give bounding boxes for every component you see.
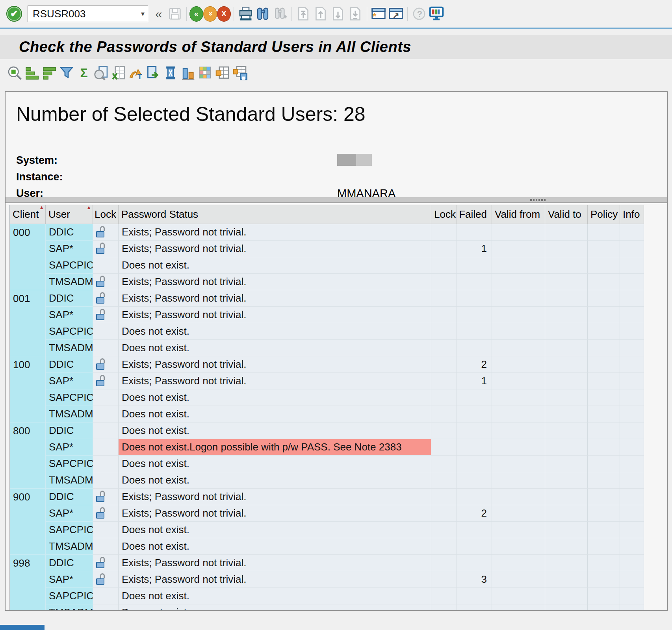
column-header-failed[interactable]: Failed: [457, 205, 492, 224]
table-row[interactable]: SAPCPICDoes not exist.: [10, 323, 644, 340]
cell-client: [10, 538, 46, 555]
column-header-lock[interactable]: Lock: [93, 205, 119, 224]
system-value-redacted: [337, 154, 372, 166]
new-session-icon[interactable]: *: [371, 6, 386, 21]
abc-analysis-icon[interactable]: [163, 65, 178, 81]
back-icon[interactable]: «: [189, 6, 203, 22]
column-header-info[interactable]: Info: [620, 205, 644, 224]
help-icon[interactable]: ?: [412, 6, 427, 21]
last-page-icon[interactable]: [348, 6, 363, 21]
column-header-client[interactable]: Client▲: [10, 205, 46, 224]
table-row[interactable]: 998DDICExists; Password not trivial.: [10, 555, 644, 571]
cell-valid-to: [545, 588, 588, 604]
cell-password-status: Exists; Password not trivial.: [119, 290, 431, 307]
table-row[interactable]: 000DDICExists; Password not trivial.: [10, 224, 644, 241]
table-row[interactable]: SAP*Exists; Password not trivial.1: [10, 373, 644, 389]
transaction-input[interactable]: RSUSR003 ▾: [28, 6, 148, 22]
table-row[interactable]: SAP*Exists; Password not trivial.2: [10, 505, 644, 522]
cell-info: [620, 389, 644, 406]
cell-info: [620, 472, 644, 489]
detail-icon[interactable]: [7, 65, 22, 81]
cell-info: [620, 224, 644, 241]
table-row[interactable]: SAPCPICDoes not exist.: [10, 257, 644, 274]
find-next-icon[interactable]: [273, 6, 288, 21]
column-header-user[interactable]: User▲: [46, 205, 93, 224]
unlocked-padlock-icon: [95, 490, 108, 504]
table-row[interactable]: 100DDICExists; Password not trivial.2: [10, 356, 644, 373]
cell-user: SAP*: [46, 241, 93, 257]
cell-password-status: Does not exist.: [119, 340, 431, 356]
table-row[interactable]: SAPCPICDoes not exist.: [10, 588, 644, 604]
save-icon[interactable]: [167, 6, 182, 21]
local-file-export-icon[interactable]: [146, 65, 161, 81]
enter-icon[interactable]: ✔: [6, 6, 22, 22]
column-header-password_status[interactable]: Password Status: [119, 205, 431, 224]
table-row[interactable]: TMSADMDoes not exist.: [10, 538, 644, 555]
cell-password-status: Does not exist.: [119, 406, 431, 422]
toolbar-divider: [367, 7, 367, 21]
sort-descending-icon[interactable]: [42, 65, 57, 81]
cell-lock2: [431, 555, 457, 571]
table-row[interactable]: SAPCPICDoes not exist.: [10, 389, 644, 406]
cell-valid-to: [545, 356, 588, 373]
gui-settings-icon[interactable]: [429, 6, 444, 21]
cell-client: [10, 307, 46, 323]
cell-client: [10, 472, 46, 489]
column-header-lock2[interactable]: Lock: [431, 205, 457, 224]
table-row[interactable]: SAP*Exists; Password not trivial.: [10, 307, 644, 323]
table-row[interactable]: TMSADMDoes not exist.: [10, 340, 644, 356]
page-up-icon[interactable]: [313, 6, 328, 21]
table-row[interactable]: 900DDICExists; Password not trivial.: [10, 489, 644, 505]
table-row[interactable]: SAPCPICDoes not exist.: [10, 522, 644, 538]
cell-password-status: Does not exist.Logon possible with p/w P…: [119, 439, 431, 456]
cell-lock2: [431, 522, 457, 538]
spreadsheet-export-icon[interactable]: [111, 65, 126, 81]
word-processing-icon[interactable]: T: [128, 65, 143, 81]
cell-valid-from: [492, 505, 545, 522]
table-row[interactable]: 800DDICDoes not exist.: [10, 422, 644, 439]
up-exit-icon[interactable]: «: [203, 6, 217, 22]
table-row[interactable]: TMSADMExists; Password not trivial.: [10, 274, 644, 290]
column-header-label: Password Status: [121, 208, 198, 220]
find-icon[interactable]: [255, 6, 270, 21]
cell-password-status: Does not exist.: [119, 389, 431, 406]
layout-colors-icon[interactable]: [198, 65, 213, 81]
splitter-grip-icon[interactable]: [530, 199, 546, 201]
table-row[interactable]: SAP*Exists; Password not trivial.1: [10, 241, 644, 257]
cell-valid-from: [492, 356, 545, 373]
cell-policy: [588, 555, 620, 571]
sort-ascending-icon[interactable]: [24, 65, 39, 81]
save-layout-icon[interactable]: [232, 65, 247, 81]
chevron-down-icon[interactable]: ▾: [141, 9, 145, 18]
report-output-area: Number of Selected Standard Users: 28 Sy…: [5, 91, 668, 611]
cancel-icon[interactable]: X: [217, 6, 231, 22]
filter-icon[interactable]: [59, 65, 74, 81]
cell-policy: [588, 323, 620, 340]
total-sum-icon[interactable]: Σ: [76, 65, 91, 81]
create-shortcut-icon[interactable]: ↗: [388, 6, 403, 21]
cell-user: SAPCPIC: [46, 588, 93, 604]
page-down-icon[interactable]: [330, 6, 345, 21]
table-row[interactable]: 001DDICExists; Password not trivial.: [10, 290, 644, 307]
graphics-icon[interactable]: [180, 65, 195, 81]
table-row[interactable]: SAPCPICDoes not exist.: [10, 456, 644, 472]
change-layout-icon[interactable]: [215, 65, 230, 81]
column-header-policy[interactable]: Policy: [588, 205, 620, 224]
unlocked-padlock-icon: [95, 242, 108, 256]
collapse-toolbar-icon[interactable]: «: [155, 7, 162, 20]
print-icon[interactable]: [238, 6, 253, 21]
table-row[interactable]: TMSADMDoes not exist.: [10, 472, 644, 489]
table-row[interactable]: SAP*Does not exist.Logon possible with p…: [10, 439, 644, 456]
column-header-valid_to[interactable]: Valid to: [545, 205, 588, 224]
cell-valid-to: [545, 439, 588, 456]
print-preview-icon[interactable]: [94, 65, 109, 81]
cell-lock: [93, 588, 119, 604]
table-row[interactable]: TMSADMDoes not exist.: [10, 604, 644, 611]
splitter-bar[interactable]: [6, 197, 667, 203]
table-row[interactable]: SAP*Exists; Password not trivial.3: [10, 571, 644, 588]
first-page-icon[interactable]: [296, 6, 311, 21]
column-header-valid_from[interactable]: Valid from: [492, 205, 545, 224]
cell-info: [620, 489, 644, 505]
cell-lock2: [431, 538, 457, 555]
table-row[interactable]: TMSADMDoes not exist.: [10, 406, 644, 422]
